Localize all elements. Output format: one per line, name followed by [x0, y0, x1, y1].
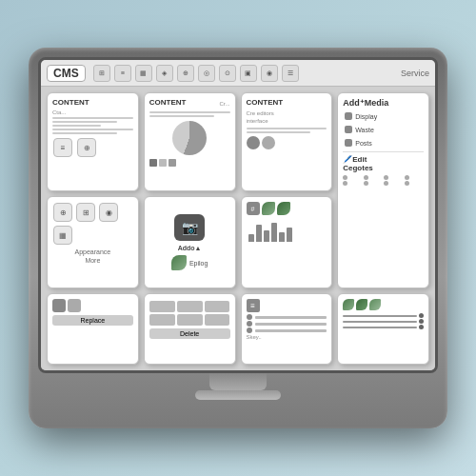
list-text [255, 316, 327, 319]
line [52, 117, 133, 119]
delete-btn[interactable]: Delete [149, 328, 230, 339]
avatar-icon-2 [262, 136, 275, 149]
list-item [247, 314, 327, 320]
camera-icon: 📷 [174, 214, 205, 241]
slider-thumb-3[interactable] [419, 325, 424, 329]
toolbar-icon-6[interactable]: ◎ [198, 65, 215, 82]
monitor: CMS ⊞ ≡ ▦ ◈ ⊕ ◎ ⊙ ▣ ◉ ☰ Service CONTENT … [29, 48, 447, 428]
thumbnail-icon-2 [68, 299, 81, 312]
line [247, 131, 311, 133]
content-card-1-subtitle: Cta... [52, 109, 133, 115]
list-item [247, 321, 327, 327]
leaf-3 [369, 299, 381, 310]
leaf-1 [343, 299, 354, 310]
bar-6 [287, 228, 292, 242]
sidebar-dot-2 [345, 126, 352, 133]
icon-btn-grid[interactable]: ⊞ [76, 203, 95, 222]
slider-thumb-1[interactable] [419, 313, 424, 318]
toolbar-icon-10[interactable]: ☰ [282, 65, 299, 82]
add-label: Addo▲ [178, 245, 202, 251]
toolbar: CMS ⊞ ≡ ▦ ◈ ⊕ ◎ ⊙ ▣ ◉ ☰ Service [41, 60, 435, 87]
appearance-label: Appearance [52, 248, 133, 255]
sidebar-item-display[interactable]: Display [343, 110, 424, 122]
card1-action-btn[interactable]: ≡ [53, 138, 72, 157]
icon-row: ⊕ ⊞ ◉ ▦ [52, 202, 133, 246]
sidebar-dot [345, 112, 352, 120]
grid-sq [149, 314, 175, 326]
toolbar-icon-4[interactable]: ◈ [156, 65, 173, 82]
toolbar-icon-9[interactable]: ◉ [261, 65, 278, 82]
sidebar-item-posts[interactable]: Posts [343, 137, 424, 149]
bar-2 [256, 225, 262, 242]
content-card-1: CONTENT Cta... ≡ ⊕ [47, 92, 139, 191]
slider-thumb-2[interactable] [419, 319, 424, 324]
grid-sq [205, 314, 230, 326]
slider-track-1 [343, 315, 417, 317]
leaf-2 [356, 299, 367, 310]
dot [343, 181, 347, 186]
grid-sq [177, 301, 203, 312]
edit-categories-title: 🖊️EditCegotes [343, 155, 424, 172]
status-text: Skey.. [247, 334, 327, 340]
sidebar-item-waste[interactable]: Waste [343, 124, 424, 135]
icon-btn-square[interactable]: ▦ [53, 226, 72, 245]
list-icon: ≡ [247, 299, 260, 312]
delete-card: Delete [144, 293, 236, 365]
sidebar-card: Add⁺Media Display Waste Posts 🖊️EditCego… [337, 92, 429, 288]
grid-sq [149, 301, 175, 312]
line [52, 121, 117, 123]
main-area: CONTENT Cta... ≡ ⊕ CONTENT Cr... [41, 87, 435, 370]
card1-action-btn2[interactable]: ⊕ [77, 138, 96, 157]
grid-sq [205, 301, 230, 312]
legend-dot-1 [149, 159, 157, 167]
dot [405, 175, 409, 180]
monitor-stand [209, 373, 267, 390]
toolbar-icon-1[interactable]: ⊞ [93, 65, 110, 82]
line [247, 128, 327, 129]
legend-dot-2 [159, 159, 167, 167]
bar-chart-card: # [241, 196, 333, 288]
list-bullet [247, 314, 252, 320]
bar-chart [247, 217, 327, 244]
content-card-3-title: CONTENT [247, 98, 327, 107]
more-label: More [52, 257, 133, 264]
icon-btn-dot[interactable]: ◉ [99, 203, 118, 222]
toolbar-service-label: Service [401, 69, 429, 78]
toolbar-icon-7[interactable]: ⊙ [219, 65, 236, 82]
chart-icon: # [247, 202, 260, 215]
icon-buttons-card: ⊕ ⊞ ◉ ▦ Appearance More [47, 196, 139, 288]
avatar-icon [247, 136, 260, 149]
dot [405, 181, 409, 186]
divider [343, 151, 424, 152]
line [149, 111, 230, 113]
list-bullet [247, 321, 252, 327]
pie-chart [172, 121, 207, 155]
sidebar-item-label: Display [355, 113, 377, 120]
content-card-2-title: CONTENT [149, 98, 187, 107]
line [149, 115, 214, 117]
bar-1 [248, 234, 254, 242]
replace-card: Replace [47, 293, 139, 365]
replace-btn[interactable]: Replace [52, 315, 133, 326]
bar-5 [279, 232, 285, 242]
icon-btn-circle[interactable]: ⊕ [53, 203, 72, 222]
line [52, 132, 117, 134]
bar-3 [264, 230, 269, 242]
slider-track-3 [343, 327, 417, 328]
sidebar-item-label-2: Waste [355, 127, 374, 133]
grid-squares [149, 301, 230, 326]
dot [384, 181, 388, 186]
monitor-base [195, 390, 281, 400]
toolbar-icon-3[interactable]: ▦ [135, 65, 152, 82]
toolbar-icon-5[interactable]: ⊕ [177, 65, 194, 82]
dot [343, 175, 347, 180]
cms-logo: CMS [47, 65, 86, 82]
content-card-3: CONTENT Cre editorsinterface [241, 92, 333, 191]
sidebar-title: Add⁺Media [343, 98, 424, 108]
dots-grid [343, 175, 424, 186]
camera-card: 📷 Addo▲ Epilog [144, 196, 236, 288]
toolbar-icon-2[interactable]: ≡ [114, 65, 131, 82]
dot [364, 175, 368, 180]
toolbar-icon-8[interactable]: ▣ [240, 65, 257, 82]
plant-icon-3 [277, 202, 290, 215]
